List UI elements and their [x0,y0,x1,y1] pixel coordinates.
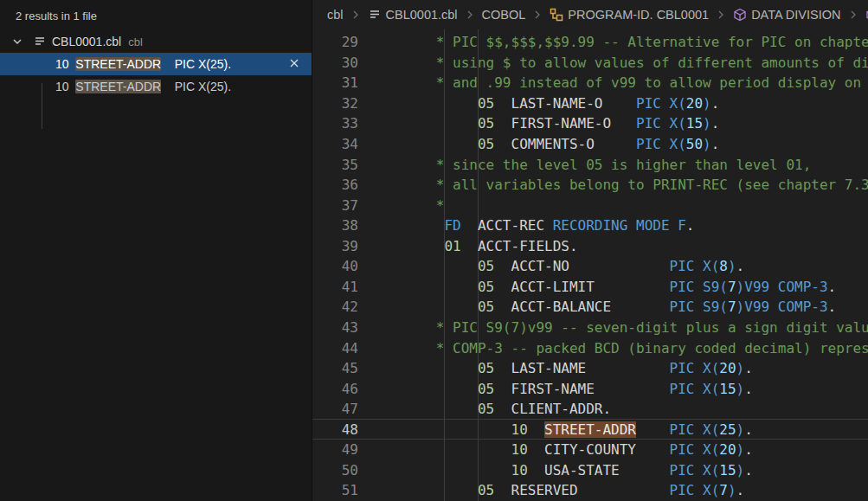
line-number[interactable]: 50 [312,460,358,481]
code-text[interactable]: 05 COMMENTS-O PIC X(50). [386,134,719,155]
code-line[interactable]: 41 05 ACCT-LIMIT PIC S9(7)V99 COMP-3. [312,277,868,298]
breadcrumb-item[interactable]: COBOL [482,8,526,22]
line-number[interactable]: 48 [312,420,358,440]
code-text[interactable]: 10 STREET-ADDR PIC X(25). [386,420,753,440]
code-text[interactable]: 05 RESERVED PIC X(7). [386,480,744,501]
code-line[interactable]: 34 05 COMMENTS-O PIC X(50). [312,134,868,155]
line-number[interactable]: 46 [312,379,358,400]
code-line[interactable]: 47 05 CLIENT-ADDR. [312,399,868,420]
line-number[interactable]: 42 [312,297,358,318]
code-line[interactable]: 37 * [312,196,868,216]
code-text[interactable]: * and .99 instead of v99 to allow period… [386,73,868,93]
code-line[interactable]: 45 05 LAST-NAME PIC X(20). [312,358,868,379]
code-line[interactable]: 36 * all variables belong to PRINT-REC (… [312,175,868,196]
line-number[interactable]: 51 [312,480,358,501]
code-line[interactable]: 51 05 RESERVED PIC X(7). [312,480,868,501]
line-number[interactable]: 32 [312,93,358,114]
code-text[interactable]: FD ACCT-REC RECORDING MODE F. [386,215,694,236]
code-text[interactable]: 01 ACCT-FIELDS. [386,236,578,257]
breadcrumb-item[interactable]: DATA DIVISION [733,8,840,22]
code-token [494,279,511,295]
result-file-row[interactable]: CBL0001.cbl cbl [0,30,312,53]
breadcrumb-item[interactable]: CBL0001.cbl [368,8,458,22]
code-text[interactable]: 05 ACCT-NO PIC X(8). [386,256,744,277]
code-text[interactable]: 05 LAST-NAME-O PIC X(20). [386,93,719,114]
line-number[interactable]: 49 [312,440,358,460]
search-result-row[interactable]: 10 STREET-ADDR PIC X(25). [0,53,312,75]
code-token: . [744,441,753,458]
code-line[interactable]: 42 05 ACCT-BALANCE PIC S9(7)V99 COMP-3. [312,297,868,318]
code-token: . [744,421,753,438]
code-line[interactable]: 38 FD ACCT-REC RECORDING MODE F. [312,215,868,236]
code-text[interactable]: * COMP-3 -- packed BCD (binary coded dec… [386,338,868,359]
code-line[interactable]: 33 05 FIRST-NAME-O PIC X(15). [312,113,868,134]
code-lines: 28 05 ACCT-BALANCE-O PIC $$,$$$,$$9.99.2… [312,12,868,501]
code-text[interactable]: * PIC $$,$$$,$$9.99 -- Alternative for P… [386,32,868,53]
code-token [544,217,553,234]
sidebar-editor-divider[interactable] [312,0,312,501]
code-token [386,401,478,417]
code-token: FD [444,217,460,234]
code-line[interactable]: 49 10 CITY-COUNTY PIC X(20). [312,440,868,460]
line-number[interactable]: 36 [312,175,358,196]
tree-indent-guide [42,83,42,129]
code-text[interactable]: * since the level 05 is higher than leve… [386,155,811,176]
code-token [528,462,544,479]
line-number[interactable]: 31 [312,73,358,93]
code-line[interactable]: 29 * PIC $$,$$$,$$9.99 -- Alternative fo… [312,32,868,53]
line-number[interactable]: 40 [312,256,358,277]
code-text[interactable]: * using $ to allow values of different a… [386,53,868,74]
dismiss-result-button[interactable] [286,55,303,73]
line-number[interactable]: 45 [312,358,358,379]
code-token [636,441,670,458]
code-token: ACCT-LIMIT [511,279,595,295]
line-number[interactable]: 33 [312,113,358,134]
code-text[interactable]: * all variables belong to PRINT-REC (see… [386,175,868,196]
code-line[interactable]: 44 * COMP-3 -- packed BCD (binary coded … [312,338,868,359]
breadcrumb-item[interactable]: PROGRAM-ID. CBL0001 [550,8,709,22]
line-number[interactable]: 37 [312,196,358,216]
code-text[interactable]: * [386,196,444,216]
code-line[interactable]: 32 05 LAST-NAME-O PIC X(20). [312,93,868,114]
code-text[interactable]: 05 ACCT-LIMIT PIC S9(7)V99 COMP-3. [386,277,836,298]
code-token [595,136,636,152]
code-text[interactable]: 10 USA-STATE PIC X(15). [386,460,753,481]
breadcrumb-item[interactable]: cbl [327,8,344,22]
code-text[interactable]: 05 FIRST-NAME PIC X(15). [386,379,753,400]
code-line[interactable]: 40 05 ACCT-NO PIC X(8). [312,256,868,277]
search-result-row[interactable]: 10 STREET-ADDR PIC X(25). [0,75,312,98]
line-number[interactable]: 29 [312,32,358,53]
code-text[interactable]: 05 CLIENT-ADDR. [386,399,611,420]
code-token: 05 [478,279,494,295]
line-number[interactable]: 38 [312,215,358,236]
code-text[interactable]: 10 CITY-COUNTY PIC X(20). [386,440,753,460]
line-number[interactable]: 44 [312,338,358,359]
breadcrumb-label: DATA DIVISION [751,8,840,22]
code-line[interactable]: 35 * since the level 05 is higher than l… [312,155,868,176]
code-token [528,441,544,458]
line-number[interactable]: 35 [312,155,358,176]
code-token: 01 [444,238,460,254]
code-line[interactable]: 48 10 STREET-ADDR PIC X(25). [312,420,868,440]
code-text[interactable]: * PIC S9(7)v99 -- seven-digit plus a sig… [386,318,868,338]
line-number[interactable]: 43 [312,318,358,338]
chevron-down-icon[interactable] [10,35,26,48]
line-number[interactable]: 47 [312,399,358,420]
breadcrumb-item[interactable] [865,8,868,22]
line-number[interactable]: 30 [312,53,358,74]
code-line[interactable]: 31 * and .99 instead of v99 to allow per… [312,73,868,93]
line-number[interactable]: 34 [312,134,358,155]
code-text[interactable]: 05 ACCT-BALANCE PIC S9(7)V99 COMP-3. [386,297,836,318]
code-line[interactable]: 39 01 ACCT-FIELDS. [312,236,868,257]
code-token: ) [736,421,745,438]
line-number[interactable]: 41 [312,277,358,298]
code-text[interactable]: 05 LAST-NAME PIC X(20). [386,358,753,379]
code-line[interactable]: 50 10 USA-STATE PIC X(15). [312,460,868,481]
code-text[interactable]: 05 FIRST-NAME-O PIC X(15). [386,113,719,134]
line-number[interactable]: 39 [312,236,358,257]
code-line[interactable]: 30 * using $ to allow values of differen… [312,53,868,74]
code-line[interactable]: 46 05 FIRST-NAME PIC X(15). [312,379,868,400]
code-line[interactable]: 43 * PIC S9(7)v99 -- seven-digit plus a … [312,318,868,338]
code-token: ACCT-FIELDS. [478,238,578,254]
code-token [602,95,636,112]
